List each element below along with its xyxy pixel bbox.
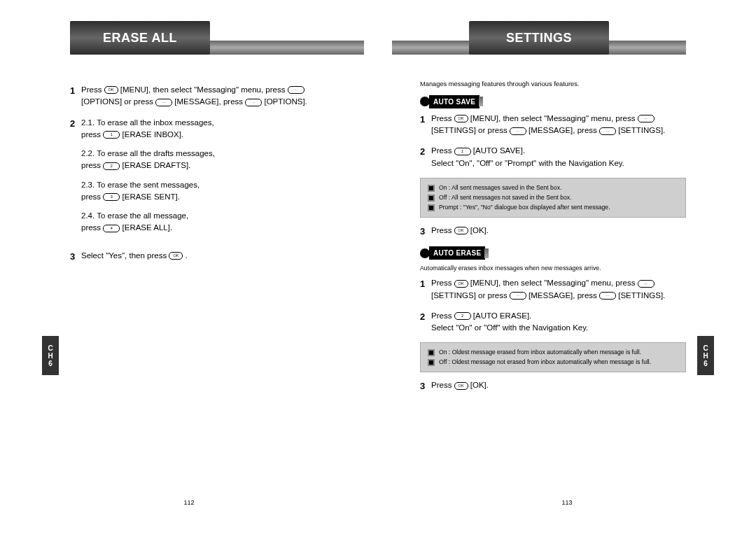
chtab-line: H	[703, 352, 708, 360]
chtab-line: C	[48, 344, 52, 352]
softkey-icon: ···	[638, 280, 654, 288]
step-number: 1	[420, 277, 431, 291]
page-number-left: 112	[183, 499, 194, 506]
step-body: Press OK [MENU], then select "Messaging"…	[431, 113, 686, 137]
info-row: On : Oldest message erased from inbox au…	[428, 348, 678, 357]
key-1-icon: 1	[103, 131, 120, 139]
page-number-right: 113	[561, 499, 572, 506]
substep: 2.2. To erase all the drafts messages,pr…	[81, 148, 315, 172]
step-body: Press OK [MENU], then select "Messaging"…	[81, 84, 315, 108]
step-number: 3	[420, 379, 431, 393]
step-body: Press OK [OK].	[431, 225, 686, 237]
info-row: Prompt : "Yes", "No" dialogue box displa…	[428, 203, 678, 212]
softkey-icon: ···	[510, 127, 526, 135]
ok-key-icon: OK	[454, 280, 468, 288]
softkey-icon: ···	[638, 115, 654, 122]
info-text: Off : All sent messages not saved in the…	[439, 193, 572, 202]
info-text: On : All sent messages saved in the Sent…	[439, 183, 561, 192]
key-2-icon: 2	[103, 162, 120, 170]
autosave-step-2: 2 Press 1 [AUTO SAVE].Select "On", "Off"…	[420, 145, 686, 169]
info-text: On : Oldest message erased from inbox au…	[439, 348, 641, 357]
key-4-icon: 4	[103, 225, 120, 232]
bullet-icon	[420, 97, 430, 106]
autosave-step-1: 1 Press OK [MENU], then select "Messagin…	[420, 113, 686, 137]
step-body: Select "Yes", then press OK .	[81, 250, 315, 262]
header-bar-left: ERASE ALL	[70, 21, 364, 56]
autoerase-step-2: 2 Press 2 [AUTO ERASE].Select "On" or "O…	[420, 310, 686, 335]
step-3: 3 Select "Yes", then press OK .	[70, 250, 315, 264]
info-box-autosave: On : All sent messages saved in the Sent…	[420, 178, 686, 218]
bullet-square-icon	[428, 359, 435, 366]
page-left: ERASE ALL 1 Press OK [MENU], then select…	[0, 0, 378, 534]
info-text: Off : Oldest message not erased from inb…	[439, 358, 651, 367]
section-tab-end	[484, 248, 489, 258]
bullet-square-icon	[428, 349, 435, 356]
step-body: 2.1. To erase all the inbox messages,pre…	[81, 117, 315, 241]
page-right: SETTINGS Manages messaging features thro…	[378, 0, 756, 534]
softkey-icon: ···	[288, 86, 304, 94]
ok-key-icon: OK	[169, 252, 183, 260]
key-1-icon: 1	[454, 148, 471, 155]
page-title-right: SETTINGS	[469, 21, 609, 55]
ok-key-icon: OK	[104, 86, 118, 94]
step-number: 2	[420, 310, 431, 324]
chtab-line: H	[48, 352, 52, 360]
chtab-line: 6	[48, 360, 52, 367]
section-auto-save: AUTO SAVE	[420, 95, 686, 108]
step-body: Press 1 [AUTO SAVE].Select "On", "Off" o…	[431, 145, 686, 169]
autoerase-step-3: 3 Press OK [OK].	[420, 379, 686, 393]
step-number: 2	[70, 117, 81, 131]
info-row: Off : Oldest message not erased from inb…	[428, 358, 678, 367]
step-body: Press OK [OK].	[431, 379, 686, 391]
step-2: 2 2.1. To erase all the inbox messages,p…	[70, 117, 315, 241]
step-body: Press OK [MENU], then select "Messaging"…	[431, 277, 686, 302]
chapter-tab-left: C H 6	[42, 336, 59, 375]
page-title-left: ERASE ALL	[70, 21, 210, 55]
info-row: On : All sent messages saved in the Sent…	[428, 183, 678, 192]
substep: 2.1. To erase all the inbox messages,pre…	[81, 117, 315, 141]
chtab-line: 6	[704, 360, 708, 367]
softkey-icon: ···	[510, 292, 526, 300]
ok-key-icon: OK	[454, 227, 468, 234]
bullet-square-icon	[428, 185, 435, 192]
substep: 2.4. To erase the all message,press 4 [E…	[81, 210, 315, 234]
info-box-autoerase: On : Oldest message erased from inbox au…	[420, 342, 686, 372]
section-label: AUTO ERASE	[429, 246, 485, 260]
section-caption: Automatically erases inbox messages when…	[420, 264, 686, 273]
substep: 2.3. To erase the sent messages,press 3 …	[81, 179, 315, 204]
manual-spread: ERASE ALL 1 Press OK [MENU], then select…	[0, 0, 756, 534]
step-number: 3	[420, 225, 431, 239]
header-bar-right: SETTINGS	[392, 21, 686, 56]
autoerase-step-1: 1 Press OK [MENU], then select "Messagin…	[420, 277, 686, 302]
step-number: 1	[70, 84, 81, 98]
step-1: 1 Press OK [MENU], then select "Messagin…	[70, 84, 315, 108]
info-text: Prompt : "Yes", "No" dialogue box displa…	[439, 203, 610, 212]
info-row: Off : All sent messages not saved in the…	[428, 193, 678, 202]
step-number: 2	[420, 145, 431, 159]
step-number: 3	[70, 250, 81, 264]
bullet-square-icon	[428, 204, 435, 211]
key-3-icon: 3	[103, 193, 120, 201]
softkey-icon: ···	[245, 99, 262, 106]
bullet-icon	[420, 248, 430, 258]
section-label: AUTO SAVE	[429, 95, 479, 108]
autosave-step-3: 3 Press OK [OK].	[420, 225, 686, 239]
chtab-line: C	[703, 344, 708, 352]
step-number: 1	[420, 113, 431, 127]
softkey-icon: ···	[599, 292, 616, 300]
softkey-icon: ···	[599, 127, 616, 135]
ok-key-icon: OK	[454, 382, 468, 390]
lead-text: Manages messaging features through vario…	[420, 80, 686, 90]
content-left: 1 Press OK [MENU], then select "Messagin…	[70, 84, 315, 263]
ok-key-icon: OK	[454, 115, 468, 122]
step-body: Press 2 [AUTO ERASE].Select "On" or "Off…	[431, 310, 686, 335]
softkey-icon: ···	[155, 99, 172, 106]
bullet-square-icon	[428, 195, 435, 202]
section-auto-erase: AUTO ERASE	[420, 246, 686, 260]
key-2-icon: 2	[454, 312, 471, 320]
chapter-tab-right: C H 6	[697, 336, 714, 375]
section-tab-end	[479, 97, 483, 106]
content-right: Manages messaging features through vario…	[420, 80, 686, 393]
